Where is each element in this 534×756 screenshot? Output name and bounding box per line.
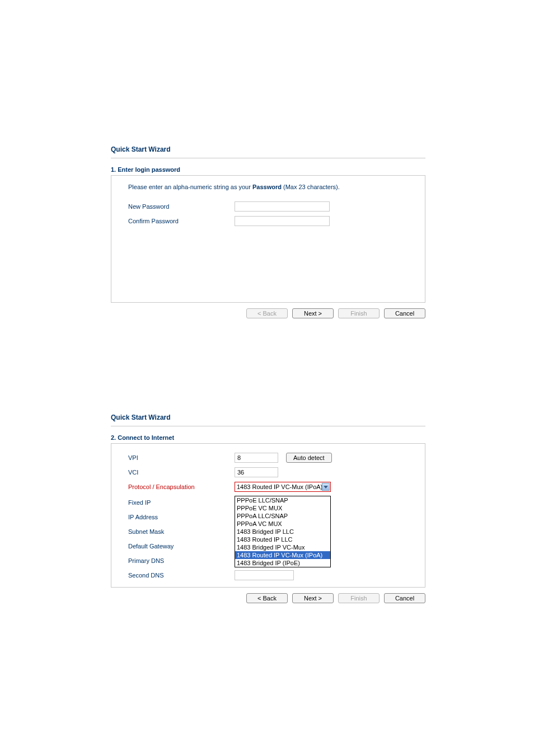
cancel-button[interactable]: Cancel <box>384 593 425 603</box>
next-button[interactable]: Next > <box>292 593 334 603</box>
protocol-option[interactable]: PPPoA VC MUX <box>235 520 330 528</box>
finish-button: Finish <box>338 593 380 603</box>
new-password-input[interactable] <box>235 201 330 212</box>
second-dns-label: Second DNS <box>128 572 235 579</box>
protocol-option[interactable]: 1483 Bridged IP VC-Mux <box>235 543 330 551</box>
intro-text-bold: Password <box>252 184 282 190</box>
protocol-label: Protocol / Encapsulation <box>128 483 235 490</box>
protocol-option[interactable]: 1483 Bridged IP LLC <box>235 528 330 536</box>
divider <box>111 426 425 426</box>
protocol-option[interactable]: PPPoA LLC/SNAP <box>235 512 330 520</box>
vci-label: VCI <box>128 469 235 476</box>
intro-text-post: (Max 23 characters). <box>282 184 340 190</box>
divider <box>111 158 425 158</box>
back-button: < Back <box>246 308 288 318</box>
step-panel: VPI Auto detect VCI Protocol / Encapsula… <box>111 443 425 588</box>
default-gateway-label: Default Gateway <box>128 543 235 550</box>
cancel-button[interactable]: Cancel <box>384 308 425 318</box>
step-panel: Please enter an alpha-numeric string as … <box>111 175 425 303</box>
fixed-ip-label: Fixed IP <box>128 499 235 506</box>
step-intro: Please enter an alpha-numeric string as … <box>128 184 414 190</box>
confirm-password-input[interactable] <box>235 216 330 226</box>
back-button[interactable]: < Back <box>246 593 288 603</box>
wizard-step-1: Quick Start Wizard 1. Enter login passwo… <box>111 145 425 318</box>
protocol-selected-text: 1483 Routed IP VC-Mux (IPoA) <box>237 483 322 490</box>
second-dns-input[interactable] <box>235 570 294 580</box>
subnet-mask-label: Subnet Mask <box>128 528 235 535</box>
vci-input[interactable] <box>235 467 278 477</box>
primary-dns-label: Primary DNS <box>128 557 235 564</box>
step-heading: 2. Connect to Internet <box>111 434 425 441</box>
wizard-buttons: < Back Next > Finish Cancel <box>111 593 425 603</box>
protocol-option[interactable]: 1483 Routed IP VC-Mux (IPoA) <box>235 551 330 559</box>
chevron-down-icon[interactable] <box>322 483 330 491</box>
protocol-select[interactable]: 1483 Routed IP VC-Mux (IPoA) <box>235 482 331 492</box>
protocol-option[interactable]: 1483 Routed IP LLC <box>235 536 330 543</box>
finish-button: Finish <box>338 308 380 318</box>
ip-address-label: IP Address <box>128 514 235 520</box>
next-button[interactable]: Next > <box>292 308 334 318</box>
auto-detect-button[interactable]: Auto detect <box>286 453 332 463</box>
wizard-title: Quick Start Wizard <box>111 414 425 421</box>
protocol-option[interactable]: PPPoE VC MUX <box>235 504 330 512</box>
wizard-title: Quick Start Wizard <box>111 145 425 153</box>
protocol-dropdown-list[interactable]: PPPoE LLC/SNAPPPPoE VC MUXPPPoA LLC/SNAP… <box>235 496 331 567</box>
wizard-buttons: < Back Next > Finish Cancel <box>111 308 425 318</box>
protocol-option[interactable]: 1483 Bridged IP (IPoE) <box>235 559 330 567</box>
protocol-option[interactable]: PPPoE LLC/SNAP <box>235 496 330 504</box>
step-heading: 1. Enter login password <box>111 166 425 173</box>
vpi-label: VPI <box>128 454 235 461</box>
new-password-label: New Password <box>128 203 235 210</box>
wizard-step-2: Quick Start Wizard 2. Connect to Interne… <box>111 414 425 603</box>
confirm-password-label: Confirm Password <box>128 218 235 224</box>
vpi-input[interactable] <box>235 453 278 463</box>
intro-text-pre: Please enter an alpha-numeric string as … <box>128 184 252 190</box>
